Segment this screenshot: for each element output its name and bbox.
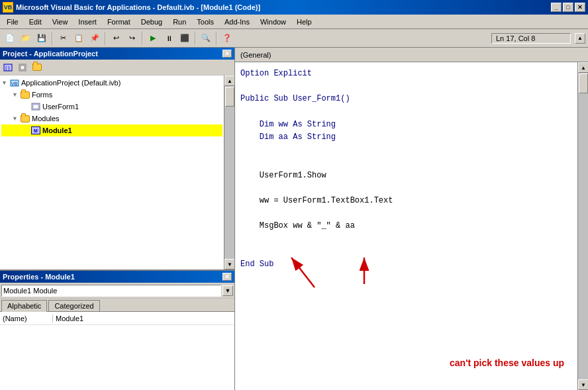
- expand-forms: ▼: [12, 91, 20, 98]
- svg-rect-7: [33, 105, 38, 109]
- code-line-11: ww = UserForm1.TextBox1.Text: [240, 195, 572, 207]
- code-header: (General): [235, 48, 588, 62]
- folder-icon: [32, 64, 42, 71]
- code-scrollbar[interactable]: ▲ ▼: [577, 62, 588, 390]
- menu-view[interactable]: View: [47, 17, 74, 27]
- menu-format[interactable]: Format: [102, 17, 136, 27]
- toolbar-open-btn[interactable]: 📁: [19, 31, 33, 46]
- project-scrollbar[interactable]: ▲ ▼: [224, 75, 234, 269]
- code-line-16: End Sub: [240, 258, 572, 271]
- maximize-button[interactable]: □: [563, 3, 573, 12]
- tree-userform1[interactable]: UserForm1: [1, 101, 222, 113]
- code-icon: { }: [3, 63, 13, 72]
- menu-run[interactable]: Run: [168, 17, 191, 27]
- code-line-2: [240, 80, 572, 93]
- code-line-8: [240, 156, 572, 169]
- toolbar-cut-btn[interactable]: ✂: [56, 31, 70, 46]
- properties-titlebar: Properties - Module1 ✕: [0, 271, 234, 283]
- toolbar-find-btn[interactable]: 🔍: [199, 31, 213, 46]
- properties-panel: Properties - Module1 ✕ Module1 Module ▼ …: [0, 271, 234, 390]
- code-line-12: [240, 207, 572, 220]
- close-button[interactable]: ✕: [575, 3, 585, 12]
- toolbar-help-btn[interactable]: ❓: [220, 31, 234, 46]
- toolbar-scrollbar-btn[interactable]: ▲: [575, 33, 585, 44]
- module1-icon: M: [30, 125, 41, 136]
- code-scroll-up[interactable]: ▲: [578, 62, 588, 73]
- toggle-folders-btn[interactable]: [30, 62, 44, 73]
- toolbar-new-btn[interactable]: 📄: [3, 31, 17, 46]
- svg-text:VB: VB: [11, 81, 18, 86]
- props-name-value: Module1: [53, 315, 86, 322]
- tree-module1-label: Module1: [42, 126, 72, 134]
- code-line-6: Dim aa As String: [240, 131, 572, 144]
- scroll-up-btn[interactable]: ▲: [224, 75, 234, 86]
- code-line-7: [240, 144, 572, 156]
- menu-file[interactable]: File: [1, 17, 24, 27]
- tab-categorized[interactable]: Categorized: [48, 300, 99, 311]
- left-panel: Project - ApplicationProject ✕ { }: [0, 48, 235, 390]
- props-toolbar: Module1 Module ▼: [0, 283, 234, 299]
- props-object-value: Module1 Module: [3, 287, 57, 295]
- view-code-btn[interactable]: { }: [1, 62, 15, 73]
- object-icon: [18, 63, 27, 72]
- props-name-label: (Name): [0, 315, 53, 322]
- tree-module1[interactable]: M Module1: [1, 124, 222, 136]
- userform-icon: [30, 101, 41, 112]
- menu-addins[interactable]: Add-Ins: [219, 17, 255, 27]
- properties-title: Properties - Module1: [3, 273, 75, 281]
- toolbar-redo-btn[interactable]: ↪: [124, 31, 139, 46]
- props-name-row: (Name) Module1: [0, 312, 234, 325]
- window-controls: _ □ ✕: [551, 3, 585, 12]
- tree-modules-folder[interactable]: ▼ Modules: [1, 113, 222, 124]
- menu-bar: File Edit View Insert Format Debug Run T…: [0, 15, 588, 29]
- toolbar-sep-3: [142, 32, 143, 45]
- tree-modules-label: Modules: [32, 115, 60, 122]
- toolbar-pause-btn[interactable]: ⏸: [162, 31, 176, 46]
- view-object-btn[interactable]: [16, 62, 29, 73]
- properties-close-btn[interactable]: ✕: [222, 273, 232, 281]
- menu-tools[interactable]: Tools: [191, 17, 219, 27]
- modules-folder-icon: [20, 113, 30, 124]
- menu-window[interactable]: Window: [255, 17, 291, 27]
- props-object-dropdown[interactable]: Module1 Module: [1, 285, 221, 297]
- toolbar-paste-btn[interactable]: 📌: [87, 31, 102, 46]
- code-scroll-track: [578, 73, 588, 379]
- toolbar-stop-btn[interactable]: ⬛: [177, 31, 192, 46]
- code-line-14: [240, 232, 572, 245]
- props-dropdown-arrow[interactable]: ▼: [222, 285, 233, 296]
- toolbar-sep-5: [216, 32, 217, 45]
- cursor-position: Ln 17, Col 8: [491, 33, 571, 44]
- menu-edit[interactable]: Edit: [24, 17, 47, 27]
- menu-debug[interactable]: Debug: [136, 17, 168, 27]
- scroll-track: [224, 86, 234, 259]
- project-icon: VB: [9, 77, 20, 88]
- code-area[interactable]: Option Explicit Public Sub User_Form1() …: [235, 62, 577, 390]
- toolbar-copy-btn[interactable]: 📋: [72, 31, 86, 46]
- code-scroll-thumb[interactable]: [579, 73, 588, 93]
- tree-forms-folder[interactable]: ▼ Forms: [1, 89, 222, 101]
- expand-modules: ▼: [12, 115, 20, 122]
- code-panel: (General) Option Explicit Public Sub Use…: [235, 48, 588, 390]
- menu-insert[interactable]: Insert: [73, 17, 102, 27]
- tab-alphabetic[interactable]: Alphabetic: [1, 300, 47, 312]
- title-bar-text: Microsoft Visual Basic for Applications …: [16, 3, 260, 11]
- scroll-thumb[interactable]: [225, 87, 234, 107]
- menu-help[interactable]: Help: [291, 17, 317, 27]
- toolbar-sep-2: [105, 32, 106, 45]
- code-line-15: [240, 246, 572, 258]
- toolbar-save-btn[interactable]: 💾: [34, 31, 49, 46]
- toolbar-undo-btn[interactable]: ↩: [109, 31, 123, 46]
- minimize-button[interactable]: _: [551, 3, 562, 12]
- code-line-4: [240, 106, 572, 119]
- toolbar-run-btn[interactable]: ▶: [146, 31, 160, 46]
- project-panel-close[interactable]: ✕: [222, 50, 232, 58]
- scroll-down-btn[interactable]: ▼: [224, 259, 234, 269]
- code-line-5: Dim ww As String: [240, 119, 572, 131]
- tree-root[interactable]: ▼ VB ApplicationProject (Default.ivb): [1, 77, 222, 89]
- expand-root: ▼: [1, 79, 9, 86]
- tree-root-label: ApplicationProject (Default.ivb): [21, 79, 121, 87]
- project-panel: Project - ApplicationProject ✕ { }: [0, 48, 234, 271]
- tree-userform1-label: UserForm1: [42, 103, 79, 111]
- code-scroll-down[interactable]: ▼: [578, 379, 588, 390]
- app-icon: VB: [3, 2, 13, 13]
